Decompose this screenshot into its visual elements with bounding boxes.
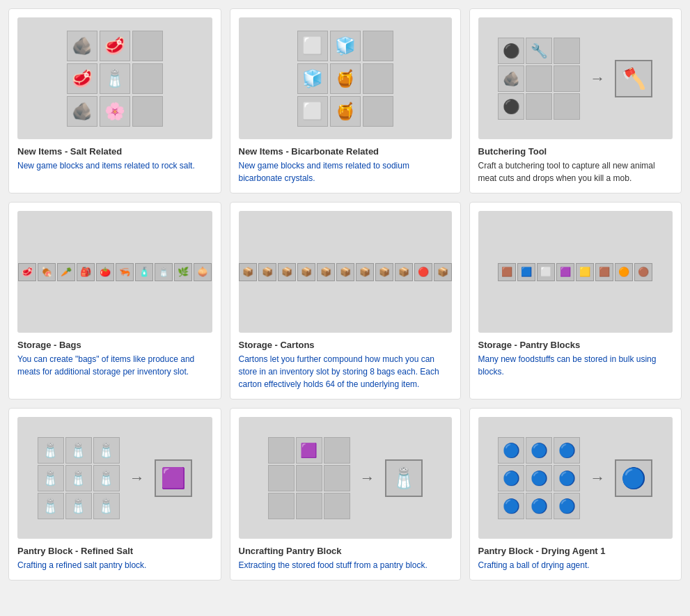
card-storage-cartons: 📦📦📦📦📦📦📦📦📦🔴📦Storage - CartonsCartons let … — [230, 202, 461, 400]
card-desc-bicarbonate-related: New game blocks and items related to sod… — [239, 159, 452, 184]
card-title-bicarbonate-related: New Items - Bicarbonate Related — [239, 146, 452, 157]
card-image-uncrafting-pantry-block: 🟪→🧂 — [239, 417, 452, 539]
card-image-butchering-tool: ⚫🔧🪨⚫→🪓 — [478, 17, 673, 139]
card-salt-related: 🪨🥩🥩🧂🪨🌸New Items - Salt RelatedNew game b… — [8, 8, 221, 194]
main-grid: 🪨🥩🥩🧂🪨🌸New Items - Salt RelatedNew game b… — [0, 0, 690, 589]
card-storage-bags: 🥩🍖🥕🎒🍅🦐🧴🧂🌿🧅Storage - BagsYou can create "… — [8, 202, 221, 400]
card-title-storage-bags: Storage - Bags — [17, 340, 212, 350]
card-pantry-block-drying: 🔵🔵🔵🔵🔵🔵🔵🔵🔵→🔵Pantry Block - Drying Agent 1… — [469, 408, 682, 581]
card-desc-storage-pantry-blocks: Many new foodstuffs can be stored in bul… — [478, 353, 673, 378]
card-image-bicarbonate-related: ⬜🧊🧊🍯⬜🍯 — [239, 17, 452, 139]
card-title-butchering-tool: Butchering Tool — [478, 146, 673, 157]
card-uncrafting-pantry-block: 🟪→🧂Uncrafting Pantry BlockExtracting the… — [230, 408, 461, 581]
card-image-storage-cartons: 📦📦📦📦📦📦📦📦📦🔴📦 — [239, 211, 452, 333]
card-title-uncrafting-pantry-block: Uncrafting Pantry Block — [239, 546, 452, 556]
card-image-storage-bags: 🥩🍖🥕🎒🍅🦐🧴🧂🌿🧅 — [17, 211, 212, 333]
card-desc-uncrafting-pantry-block: Extracting the stored food stuff from a … — [239, 559, 452, 571]
card-desc-butchering-tool: Craft a butchering tool to capture all n… — [478, 159, 673, 184]
card-butchering-tool: ⚫🔧🪨⚫→🪓Butchering ToolCraft a butchering … — [469, 8, 682, 194]
card-desc-pantry-block-salt: Crafting a refined salt pantry block. — [17, 559, 212, 571]
card-title-pantry-block-drying: Pantry Block - Drying Agent 1 — [478, 546, 673, 556]
card-pantry-block-salt: 🧂🧂🧂🧂🧂🧂🧂🧂🧂→🟪Pantry Block - Refined SaltCr… — [8, 408, 221, 581]
card-desc-pantry-block-drying: Crafting a ball of drying agent. — [478, 559, 673, 571]
card-image-storage-pantry-blocks: 🟫🟦⬜🟪🟨🟫🟠🟤 — [478, 211, 673, 333]
card-title-pantry-block-salt: Pantry Block - Refined Salt — [17, 546, 212, 556]
card-storage-pantry-blocks: 🟫🟦⬜🟪🟨🟫🟠🟤Storage - Pantry BlocksMany new … — [469, 202, 682, 400]
card-desc-storage-cartons: Cartons let you further compound how muc… — [239, 353, 452, 390]
card-desc-salt-related: New game blocks and items related to roc… — [17, 159, 212, 172]
card-desc-storage-bags: You can create "bags" of items like prod… — [17, 353, 212, 378]
card-title-storage-pantry-blocks: Storage - Pantry Blocks — [478, 340, 673, 350]
card-image-pantry-block-salt: 🧂🧂🧂🧂🧂🧂🧂🧂🧂→🟪 — [17, 417, 212, 539]
card-title-storage-cartons: Storage - Cartons — [239, 340, 452, 350]
card-image-pantry-block-drying: 🔵🔵🔵🔵🔵🔵🔵🔵🔵→🔵 — [478, 417, 673, 539]
card-title-salt-related: New Items - Salt Related — [17, 146, 212, 157]
card-image-salt-related: 🪨🥩🥩🧂🪨🌸 — [17, 17, 212, 139]
card-bicarbonate-related: ⬜🧊🧊🍯⬜🍯New Items - Bicarbonate RelatedNew… — [230, 8, 461, 194]
